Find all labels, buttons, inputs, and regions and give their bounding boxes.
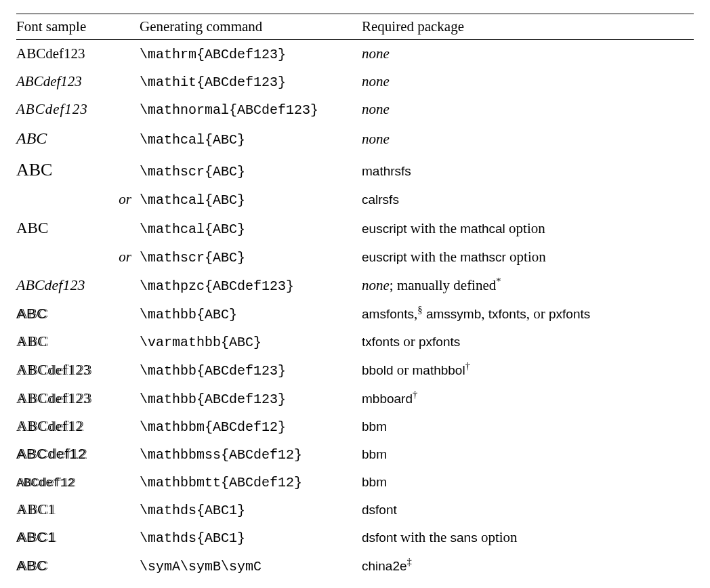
table-row: ABCdef123\mathrm{ABCdef123}none: [16, 40, 694, 68]
table-row: ABC\mathcal{ABC}euscript with the mathca…: [16, 213, 694, 243]
table-row: ABC\mathbb{ABC}amsfonts,§ amssymb, txfon…: [16, 299, 694, 328]
table-row: ABCdef123\mathnormal{ABCdef123}none: [16, 96, 694, 123]
font-sample: ABCdef123: [16, 580, 140, 588]
required-package: euscript with the mathcal option: [362, 213, 694, 243]
generating-command: \mathds{ABC1}: [140, 496, 362, 524]
required-package: bbm: [362, 413, 694, 440]
font-sample: ABCdef12: [16, 413, 140, 440]
generating-command: \mathscr{ABC}: [140, 243, 362, 271]
required-package: txfonts or pxfonts: [362, 328, 694, 356]
header-package: Required package: [362, 14, 694, 40]
font-sample: ABCdef12: [16, 468, 140, 496]
font-sample: ABC: [16, 213, 140, 243]
table-body: ABCdef123\mathrm{ABCdef123}noneABCdef123…: [16, 40, 694, 589]
generating-command: \mathbb{ABCdef123}: [140, 384, 362, 413]
table-row: ABCdef123\mathbb{ABCdef123}mbboard†: [16, 384, 694, 413]
font-sample: ABC: [16, 551, 140, 580]
generating-command: \mathcal{ABC}: [140, 186, 362, 213]
table-row: ABCdef12\mathbbmtt{ABCdef12}bbm: [16, 468, 694, 496]
font-sample: ABC: [16, 328, 140, 356]
required-package: euscript with the mathscr option: [362, 243, 694, 271]
table-row: ABCdef123\mathit{ABCdef123}none: [16, 68, 694, 96]
table-row: ABC1\mathds{ABC1}dsfont: [16, 496, 694, 524]
required-package: dsfont: [362, 496, 694, 524]
font-sample: ABCdef123: [16, 68, 140, 96]
required-package: none: [362, 68, 694, 96]
font-sample: ABCdef123: [16, 96, 140, 123]
table-row: ABCdef123\mathpzc{ABCdef123}none; manual…: [16, 271, 694, 299]
table-row: ABC\mathscr{ABC}mathrsfs: [16, 154, 694, 186]
table-row: ABC\symA\symB\symCchina2e‡: [16, 551, 694, 580]
font-sample: ABCdef123: [16, 384, 140, 413]
generating-command: \mathpzc{ABCdef123}: [140, 271, 362, 299]
required-package: mbboard†: [362, 384, 694, 413]
table-row: ABC1\mathds{ABC1}dsfont with the sans op…: [16, 524, 694, 551]
font-sample: ABCdef123: [16, 356, 140, 384]
required-package: none: [362, 96, 694, 123]
required-package: eufrak: [362, 580, 694, 588]
math-alphabets-table: Font sample Generating command Required …: [16, 14, 694, 588]
font-sample: ABC: [16, 299, 140, 328]
generating-command: \mathcal{ABC}: [140, 213, 362, 243]
generating-command: \mathbbmss{ABCdef12}: [140, 440, 362, 468]
required-package: bbold or mathbbol†: [362, 356, 694, 384]
required-package: none; manually defined*: [362, 271, 694, 299]
required-package: dsfont with the sans option: [362, 524, 694, 551]
required-package: china2e‡: [362, 551, 694, 580]
required-package: bbm: [362, 440, 694, 468]
generating-command: \mathbbm{ABCdef12}: [140, 413, 362, 440]
generating-command: \symA\symB\symC: [140, 551, 362, 580]
table-row: or\mathscr{ABC}euscript with the mathscr…: [16, 243, 694, 271]
table-row: ABCdef12\mathbbmss{ABCdef12}bbm: [16, 440, 694, 468]
font-sample: ABCdef12: [16, 440, 140, 468]
generating-command: \mathnormal{ABCdef123}: [140, 96, 362, 123]
table-row: ABCdef12\mathbbm{ABCdef12}bbm: [16, 413, 694, 440]
required-package: none: [362, 123, 694, 154]
table-row: ABCdef123\mathfrak{ABCdef123}eufrak: [16, 580, 694, 588]
required-package: none: [362, 40, 694, 68]
generating-command: \mathbb{ABC}: [140, 299, 362, 328]
table-row: ABC\varmathbb{ABC}txfonts or pxfonts: [16, 328, 694, 356]
generating-command: \mathscr{ABC}: [140, 154, 362, 186]
or-label: or: [16, 186, 140, 213]
font-sample: ABC1: [16, 496, 140, 524]
font-sample: ABCdef123: [16, 271, 140, 299]
generating-command: \mathbb{ABCdef123}: [140, 356, 362, 384]
generating-command: \mathbbmtt{ABCdef12}: [140, 468, 362, 496]
generating-command: \mathcal{ABC}: [140, 123, 362, 154]
or-label: or: [16, 243, 140, 271]
table-row: ABCdef123\mathbb{ABCdef123}bbold or math…: [16, 356, 694, 384]
generating-command: \mathit{ABCdef123}: [140, 68, 362, 96]
font-sample: ABC: [16, 154, 140, 186]
font-sample: ABC: [16, 123, 140, 154]
generating-command: \mathrm{ABCdef123}: [140, 40, 362, 68]
generating-command: \mathds{ABC1}: [140, 524, 362, 551]
font-sample: ABCdef123: [16, 40, 140, 68]
header-sample: Font sample: [16, 14, 140, 40]
required-package: calrsfs: [362, 186, 694, 213]
font-sample: ABC1: [16, 524, 140, 551]
table-row: ABC\mathcal{ABC}none: [16, 123, 694, 154]
table-row: or\mathcal{ABC}calrsfs: [16, 186, 694, 213]
required-package: mathrsfs: [362, 154, 694, 186]
generating-command: \mathfrak{ABCdef123}: [140, 580, 362, 588]
header-command: Generating command: [140, 14, 362, 40]
required-package: amsfonts,§ amssymb, txfonts, or pxfonts: [362, 299, 694, 328]
required-package: bbm: [362, 468, 694, 496]
generating-command: \varmathbb{ABC}: [140, 328, 362, 356]
